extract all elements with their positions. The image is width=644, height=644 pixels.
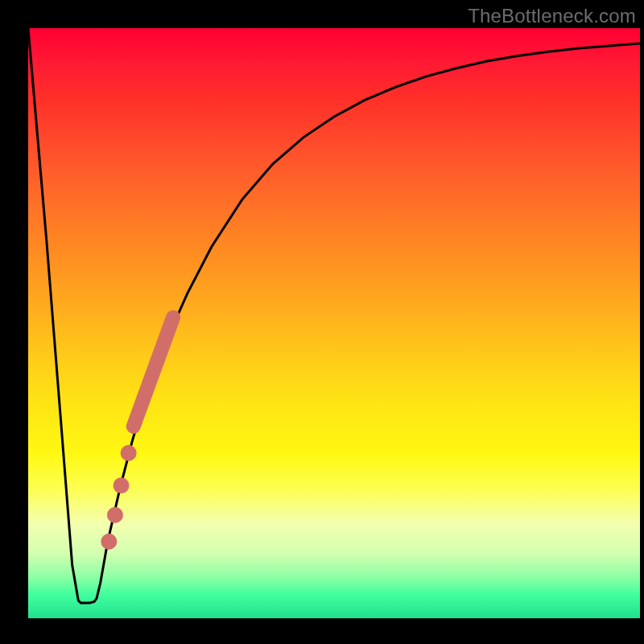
highlight-dot (101, 534, 117, 550)
plot-area (28, 28, 640, 618)
watermark-text: TheBottleneck.com (468, 5, 636, 27)
highlight-dot (107, 507, 123, 523)
highlight-dot (121, 445, 137, 461)
plot-svg (28, 28, 640, 618)
highlight-dot (114, 477, 130, 493)
highlight-segment (134, 317, 173, 427)
chart-frame: TheBottleneck.com (0, 0, 644, 644)
